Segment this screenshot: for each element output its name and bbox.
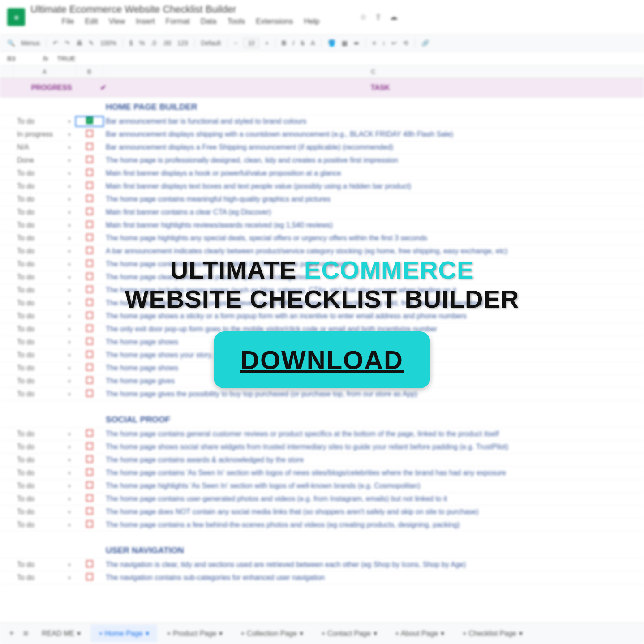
borders-icon[interactable]: ▦ (342, 39, 348, 47)
print-icon[interactable]: 🖶 (76, 39, 82, 47)
status-dropdown[interactable]: To do (13, 286, 63, 294)
status-dropdown[interactable]: To do (13, 574, 63, 582)
status-dropdown[interactable]: To do (13, 443, 63, 451)
chevron-down-icon[interactable]: ▾ (146, 629, 149, 638)
document-title[interactable]: Ultimate Ecommerce Website Checklist Bui… (30, 4, 351, 15)
status-dropdown[interactable]: To do (13, 469, 63, 477)
status-dropdown[interactable]: To do (13, 221, 63, 229)
status-dropdown[interactable]: To do (13, 561, 63, 569)
menu-format[interactable]: Format (166, 17, 190, 26)
chevron-down-icon[interactable]: ▾ (63, 236, 76, 241)
status-dropdown[interactable]: To do (13, 456, 63, 464)
text-color-icon[interactable]: A (311, 39, 315, 47)
status-dropdown[interactable]: To do (13, 364, 63, 372)
sheet-tab[interactable]: + Contact Page ▾ (313, 625, 385, 642)
chevron-down-icon[interactable]: ▾ (441, 629, 444, 638)
chevron-down-icon[interactable]: ▾ (63, 483, 76, 489)
chevron-down-icon[interactable]: ▾ (63, 365, 76, 371)
chevron-down-icon[interactable]: ▾ (63, 326, 76, 332)
checkbox[interactable] (86, 182, 93, 189)
chevron-down-icon[interactable]: ▾ (63, 562, 76, 568)
status-dropdown[interactable]: To do (13, 430, 63, 438)
checkbox[interactable] (86, 143, 93, 150)
chevron-down-icon[interactable]: ▾ (63, 171, 76, 176)
checkbox[interactable] (86, 221, 93, 228)
checkbox[interactable] (86, 247, 93, 254)
font-size-dec[interactable]: − (234, 39, 237, 47)
menu-file[interactable]: File (62, 17, 74, 26)
paint-icon[interactable]: ✎ (89, 39, 94, 47)
formula-value[interactable]: TRUE (57, 55, 76, 62)
status-dropdown[interactable]: To do (13, 208, 63, 216)
search-icon[interactable]: 🔍 (7, 39, 15, 47)
status-dropdown[interactable]: To do (13, 247, 63, 255)
chevron-down-icon[interactable]: ▾ (63, 262, 76, 267)
checkbox[interactable] (86, 260, 93, 267)
status-dropdown[interactable]: To do (13, 508, 63, 516)
wrap-icon[interactable]: ↩ (391, 39, 397, 47)
chevron-down-icon[interactable]: ▾ (63, 301, 76, 306)
status-dropdown[interactable]: To do (13, 234, 63, 242)
fill-icon[interactable]: 🪣 (328, 39, 335, 47)
checkbox[interactable] (86, 299, 93, 306)
menu-view[interactable]: View (109, 17, 125, 26)
redo-icon[interactable]: ↷ (64, 39, 70, 47)
chevron-down-icon[interactable]: ▾ (63, 313, 76, 319)
cloud-icon[interactable]: ☁ (390, 12, 398, 22)
checkbox[interactable] (86, 364, 93, 371)
chevron-down-icon[interactable]: ▾ (300, 629, 303, 638)
star-icon[interactable]: ☆ (360, 12, 367, 22)
checkbox[interactable] (86, 390, 93, 397)
status-dropdown[interactable]: In progress (13, 130, 63, 138)
font-size-inc[interactable]: + (265, 39, 269, 47)
chevron-down-icon[interactable]: ▾ (63, 184, 76, 189)
checkbox[interactable] (86, 117, 93, 124)
checkbox[interactable] (86, 273, 93, 280)
chevron-down-icon[interactable]: ▾ (63, 197, 76, 202)
sheet-tab[interactable]: + About Page ▾ (387, 625, 453, 642)
status-dropdown[interactable]: To do (13, 325, 63, 333)
checkbox[interactable] (86, 468, 93, 476)
status-dropdown[interactable]: To do (13, 482, 63, 490)
chevron-down-icon[interactable]: ▾ (63, 431, 76, 437)
status-dropdown[interactable]: To do (13, 182, 63, 190)
sheet-tab[interactable]: + Collection Page ▾ (232, 625, 311, 642)
menu-tools[interactable]: Tools (228, 17, 245, 26)
undo-icon[interactable]: ↶ (53, 39, 58, 47)
status-dropdown[interactable]: To do (13, 299, 63, 307)
status-dropdown[interactable]: To do (13, 390, 63, 398)
chevron-down-icon[interactable]: ▾ (63, 470, 76, 476)
chevron-down-icon[interactable]: ▾ (63, 352, 76, 358)
chevron-down-icon[interactable]: ▾ (63, 496, 76, 502)
checkbox[interactable] (86, 286, 93, 293)
menu-data[interactable]: Data (201, 17, 217, 26)
chevron-down-icon[interactable]: ▾ (77, 629, 81, 638)
move-icon[interactable]: ⇪ (375, 12, 382, 22)
chevron-down-icon[interactable]: ▾ (63, 339, 76, 345)
chevron-down-icon[interactable]: ▾ (63, 223, 76, 228)
checkbox[interactable] (86, 169, 93, 176)
status-dropdown[interactable]: To do (13, 495, 63, 503)
add-sheet-icon[interactable]: + (5, 628, 18, 639)
chevron-down-icon[interactable]: ▾ (63, 145, 76, 150)
align-icon[interactable]: ≡ (372, 39, 376, 47)
percent-icon[interactable]: % (139, 39, 145, 47)
menu-help[interactable]: Help (304, 17, 319, 26)
col-a[interactable]: A (13, 65, 76, 78)
decimal-inc-icon[interactable]: .00 (163, 39, 171, 47)
checkbox[interactable] (86, 481, 93, 489)
format-icon[interactable]: 123 (177, 39, 188, 47)
status-dropdown[interactable]: To do (13, 195, 63, 203)
status-dropdown[interactable]: To do (13, 169, 63, 177)
chevron-down-icon[interactable]: ▾ (63, 132, 76, 137)
cell-reference[interactable]: B3 (7, 55, 34, 62)
chevron-down-icon[interactable]: ▾ (63, 522, 76, 528)
valign-icon[interactable]: ↕ (382, 39, 385, 47)
chevron-down-icon[interactable]: ▾ (63, 275, 76, 280)
chevron-down-icon[interactable]: ▾ (63, 249, 76, 254)
bold-icon[interactable]: B (282, 39, 286, 47)
status-dropdown[interactable]: To do (13, 273, 63, 281)
status-dropdown[interactable]: To do (13, 351, 63, 359)
chevron-down-icon[interactable]: ▾ (63, 119, 76, 125)
status-dropdown[interactable]: To do (13, 312, 63, 320)
